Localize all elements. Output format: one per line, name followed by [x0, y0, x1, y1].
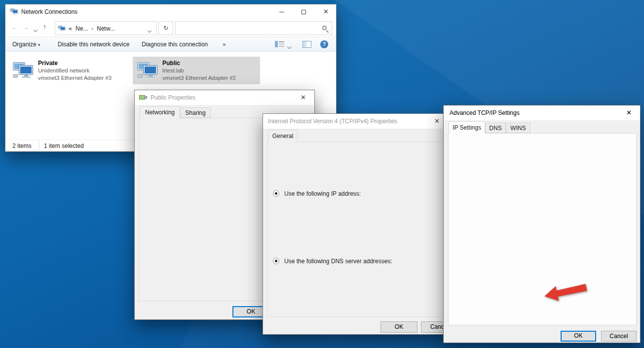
titlebar[interactable]: Network Connections ✕ — [5, 4, 336, 19]
ip-settings-tab-page — [448, 133, 637, 325]
history-dropdown-icon[interactable] — [34, 26, 37, 33]
refresh-button[interactable]: ↻ — [158, 21, 173, 35]
tab-sharing[interactable]: Sharing — [180, 107, 211, 118]
breadcrumb-crumb[interactable]: Netw... — [97, 25, 115, 32]
tab-dns[interactable]: DNS — [485, 123, 506, 133]
search-box[interactable] — [175, 21, 332, 35]
dialog-title: Advanced TCP/IP Settings — [450, 109, 520, 116]
preview-pane-icon[interactable] — [303, 41, 311, 49]
titlebar[interactable]: Advanced TCP/IP Settings ✕ — [444, 105, 640, 120]
adapter-properties-icon — [139, 94, 147, 102]
dialog-title: Public Properties — [151, 94, 195, 101]
use-dns-label[interactable]: Use the following DNS server addresses: — [283, 258, 394, 265]
diagnose-connection-button[interactable]: Diagnose this connection — [142, 41, 208, 48]
general-tab-page — [267, 141, 445, 317]
connection-network: lrtest.lab — [162, 68, 184, 73]
network-adapter-icon — [137, 60, 159, 79]
network-adapter-icon — [12, 60, 35, 79]
ipv4-properties-dialog: Internet Protocol Version 4 (TCP/IPv4) P… — [263, 113, 449, 335]
status-selected-count: 1 item selected — [44, 142, 84, 149]
tab-ip-settings[interactable]: IP Settings — [449, 121, 485, 134]
view-options-icon[interactable] — [275, 40, 285, 49]
organize-button[interactable]: Organize ▾ — [12, 41, 40, 48]
search-input[interactable] — [179, 23, 312, 34]
breadcrumb-crumb[interactable]: Ne... — [76, 25, 88, 32]
help-button[interactable]: ? — [320, 40, 328, 48]
window-title: Network Connections — [21, 8, 77, 15]
address-location-icon — [58, 25, 66, 34]
titlebar[interactable]: Public Properties ✕ — [135, 90, 314, 105]
maximize-button[interactable] — [293, 4, 315, 19]
address-bar[interactable]: « Ne... › Netw... — [55, 21, 156, 35]
use-dns-radio[interactable] — [273, 258, 279, 264]
ok-button[interactable]: OK — [561, 331, 596, 342]
command-toolbar: Organize ▾ Disable this network device D… — [5, 37, 336, 52]
network-connections-icon — [10, 7, 19, 17]
connection-name: Private — [38, 60, 58, 67]
close-button[interactable]: ✕ — [618, 105, 640, 120]
navigation-bar: ← → ↑ « Ne... › Netw... ↻ — [5, 19, 336, 37]
cancel-button[interactable]: Cancel — [601, 331, 637, 342]
tab-networking[interactable]: Networking — [140, 106, 180, 118]
toolbar-overflow-button[interactable]: » — [223, 41, 226, 48]
connection-adapter: vmxnet3 Ethernet Adapter #2 — [162, 75, 236, 81]
up-button[interactable]: ↑ — [43, 23, 46, 31]
close-button[interactable]: ✕ — [315, 4, 337, 19]
view-options-caret-icon[interactable] — [288, 43, 291, 50]
close-button[interactable]: ✕ — [292, 90, 314, 105]
use-ip-label[interactable]: Use the following IP address: — [283, 190, 362, 197]
organize-caret-icon: ▾ — [38, 42, 40, 47]
connection-network: Unidentified network — [38, 68, 89, 73]
breadcrumb-separator-icon: › — [91, 25, 93, 32]
titlebar[interactable]: Internet Protocol Version 4 (TCP/IPv4) P… — [263, 114, 448, 129]
minimize-button[interactable] — [270, 4, 293, 19]
connection-adapter: vmxnet3 Ethernet Adapter #3 — [38, 75, 112, 81]
use-ip-radio[interactable] — [273, 190, 279, 197]
desktop-stage: Network Connections ✕ ← → ↑ « Ne... › Ne… — [0, 0, 644, 348]
status-item-count: 2 items — [12, 142, 32, 149]
address-dropdown-icon[interactable] — [148, 27, 151, 34]
connection-tile-public[interactable]: Public lrtest.lab vmxnet3 Ethernet Adapt… — [133, 57, 260, 84]
tab-wins[interactable]: WINS — [506, 123, 530, 133]
connection-tile-private[interactable]: Private Unidentified network vmxnet3 Eth… — [8, 57, 136, 84]
back-button[interactable]: ← — [11, 23, 18, 31]
forward-button[interactable]: → — [22, 23, 29, 31]
ok-button[interactable]: OK — [380, 321, 417, 333]
breadcrumb-overflow[interactable]: « — [69, 25, 72, 32]
disable-device-button[interactable]: Disable this network device — [58, 41, 129, 48]
tab-general[interactable]: General — [268, 130, 298, 142]
advanced-tcpip-dialog: Advanced TCP/IP Settings ✕ IP Settings D… — [443, 105, 641, 343]
dialog-title: Internet Protocol Version 4 (TCP/IPv4) P… — [268, 118, 397, 125]
connection-name: Public — [162, 60, 180, 67]
status-divider — [39, 141, 39, 150]
search-icon[interactable] — [322, 26, 327, 30]
